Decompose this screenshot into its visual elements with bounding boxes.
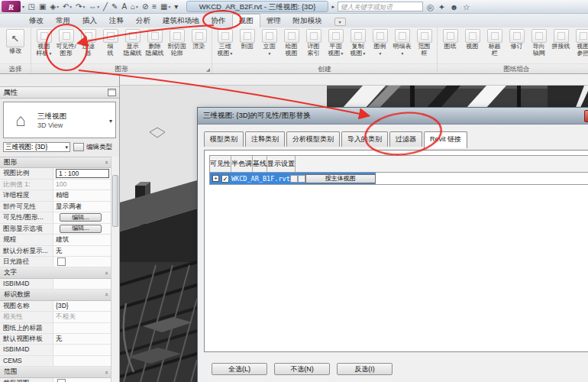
callout-button[interactable]: 详图索引 [302,29,325,57]
edit-button[interactable]: 编辑... [60,225,102,233]
dialog-tab-revit-links[interactable]: Revit 链接 [424,131,467,148]
scope-box-button[interactable]: 范围框 [413,29,435,57]
open-icon[interactable]: ◳ [26,1,37,12]
property-value[interactable]: {3D} [53,301,111,311]
filters-button[interactable]: 过滤器 [77,29,99,57]
type-selector[interactable]: ⌂ 三维视图 3D View ▾ [3,102,116,138]
select-none-button[interactable]: 不选(N) [274,363,330,375]
table-row[interactable]: + ✓ WKCD_AR_B1F.rvt 按主体视图 [210,173,588,184]
title-expand-icon[interactable]: ▸ [331,4,334,10]
property-value[interactable]: 1 : 100 [53,168,111,178]
aligned-dimension-icon[interactable]: ╱ [101,1,109,12]
drafting-view-button[interactable]: 绘图视图 [280,29,302,57]
visibility-graphics-button[interactable]: 可见性/图形 [55,29,77,57]
3d-view-button[interactable]: 三维视图▾ [214,29,236,57]
collapse-chevron-icon[interactable]: » [102,371,109,374]
properties-header[interactable]: 属性 [0,86,119,99]
selected-row[interactable]: + ✓ WKCD_AR_B1F.rvt 按主体视图 [210,173,376,184]
type-selector-caret-icon[interactable]: ▾ [109,118,112,125]
section-icon[interactable]: ⊘ [140,1,150,12]
ribbon-tab-analyze[interactable]: 分析 [130,15,157,28]
panel-launcher-icon[interactable] [206,68,210,72]
property-value[interactable]: 无 [53,246,111,256]
elevation-button[interactable]: 立面▾ [258,29,280,57]
checkbox[interactable] [57,257,66,266]
collapse-chevron-icon[interactable]: » [102,271,109,274]
thin-lines-icon[interactable]: ≡ [150,1,159,12]
default-3d-view-icon[interactable]: ⌂▾ [129,1,141,12]
property-section[interactable]: 图形» [0,157,111,168]
schedules-button[interactable]: 明细表▾ [391,29,413,57]
column-header[interactable]: 半色调 [231,156,253,172]
edit-type-button[interactable]: 编辑类型 [73,143,112,152]
duplicate-view-button[interactable]: 复制视图▾ [347,29,369,57]
view-instance-combo[interactable]: 三维视图: {3D} ▾ [3,142,70,152]
edit-button[interactable]: 编辑... [60,213,102,222]
measure-icon[interactable]: ⇔▾ [87,1,102,12]
guide-grid-button[interactable]: 导向轴网 [528,29,550,57]
redo-icon[interactable]: ↷▾ [74,1,87,12]
section-button[interactable]: 剖面 [236,29,258,50]
render-button[interactable]: 渲染 [188,29,210,50]
dialog-title-bar[interactable]: 三维视图: {3D}的可见性/图形替换 [198,108,588,125]
ribbon-tab-collaborate[interactable]: 协作 [205,15,232,28]
select-all-button[interactable]: 全选(L) [212,363,267,375]
view-templates-button[interactable]: 视图样板▾ [33,29,55,57]
visibility-checkbox[interactable]: ✓ [221,175,229,183]
remove-hidden-lines-button[interactable]: 删除隐藏线 [144,29,166,57]
property-value[interactable]: 不相关 [53,312,111,322]
dialog-tab-filters[interactable]: 过滤器 [389,131,422,147]
customize-qat-icon[interactable]: ▾ [173,1,180,12]
property-value[interactable] [53,323,111,333]
ribbon-tab-home[interactable]: 常用 [50,15,76,28]
communication-center-icon[interactable]: ☻ [450,2,458,11]
sync-with-central-icon[interactable]: ◈▾ [48,1,60,12]
ribbon-tab-view[interactable]: 视图 [232,14,260,28]
column-header[interactable]: 显示设置 [267,156,296,172]
property-section[interactable]: 文字» [0,267,111,278]
tag-icon[interactable]: ✎ [110,1,120,12]
invert-selection-button[interactable]: 反选(I) [337,363,393,375]
property-value[interactable]: 显示两者 [53,202,111,212]
save-icon[interactable]: ▣ [37,1,47,12]
property-value[interactable] [53,345,111,354]
search-icon[interactable]: ◎ [427,2,434,11]
property-value[interactable]: 无 [53,334,111,344]
app-menu-button[interactable]: R [2,1,21,12]
display-settings-button[interactable]: 按主体视图 [305,174,376,183]
revisions-button[interactable]: 修订 [506,29,528,50]
dialog-tab-analytical-model-categories[interactable]: 分析模型类别 [286,131,340,147]
property-value[interactable]: 建筑 [53,235,111,244]
view-reference-button[interactable]: 视图参照 [572,29,588,57]
plan-views-button[interactable]: 平面视图▾ [325,29,347,57]
close-icon[interactable] [584,110,588,122]
ribbon-tab-architecture-site[interactable]: 建筑和场地 [157,15,205,28]
ribbon-tab-annotate[interactable]: 注释 [103,15,130,28]
subscription-center-icon[interactable]: ✦ [438,2,445,11]
search-input[interactable] [338,2,423,11]
collapse-chevron-icon[interactable]: » [102,160,109,163]
collapse-chevron-icon[interactable]: » [102,293,109,296]
column-header[interactable]: 基线 [253,156,267,172]
ribbon-minimize-toggle[interactable]: ▾ [334,18,346,26]
property-value[interactable] [53,257,111,267]
dialog-tab-imported-categories[interactable]: 导入的类别 [341,131,388,147]
property-value[interactable]: 100 [53,180,111,189]
thin-lines-button[interactable]: 细线 [99,29,121,57]
property-value[interactable]: 编辑... [53,212,111,222]
property-value[interactable] [53,356,111,366]
property-value[interactable] [53,378,111,382]
title-block-button[interactable]: 标题栏 [483,29,506,57]
favorites-icon[interactable]: ☆ [463,2,470,11]
underlay-checkbox[interactable] [298,175,305,183]
sheet-button[interactable]: 图纸 [439,29,461,50]
switch-windows-icon[interactable]: ▦▾ [159,1,173,12]
legends-button[interactable]: 图例▾ [369,29,391,57]
properties-scrollbar[interactable] [111,157,119,382]
ribbon-tab-modify[interactable]: 修改 [23,15,50,28]
matchline-button[interactable]: 拼接线 [550,29,572,50]
properties-window-icon[interactable] [108,89,116,96]
property-value[interactable] [53,279,111,289]
ribbon-tab-insert[interactable]: 插入 [76,15,103,28]
column-header[interactable]: 可见性 [210,156,231,172]
